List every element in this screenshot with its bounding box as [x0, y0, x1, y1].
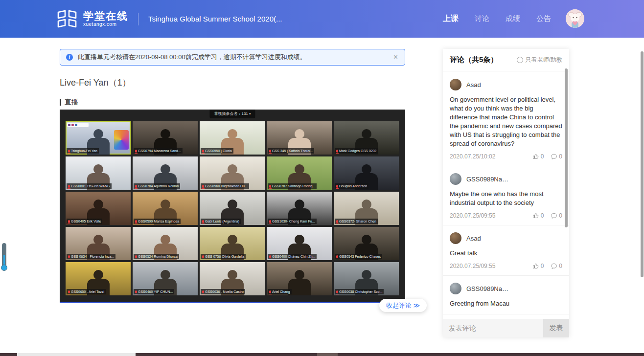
player-progress-bar[interactable]: [60, 302, 405, 303]
participant-silhouette: [161, 129, 170, 139]
participant-name-label: Gabi Lenis (Argentina): [201, 219, 241, 224]
mic-off-icon: [336, 185, 338, 188]
navbar-divider: [138, 13, 138, 25]
participant-tile[interactable]: GSS0960 Bilgtsaikhan Uu...: [200, 156, 265, 190]
participant-tile[interactable]: GSS0524 Romina Dhorca: [133, 227, 198, 260]
participant-silhouette: [362, 200, 371, 209]
mic-off-icon: [202, 150, 204, 153]
participant-tile[interactable]: GSS 0756 Olivia Gardella: [200, 227, 265, 260]
comment-text: Great talk: [450, 249, 562, 258]
participant-tile[interactable]: GSS0784 Agustina Roldan: [133, 156, 198, 190]
mouse-avatar-icon: [566, 9, 584, 28]
radio-icon[interactable]: [517, 57, 523, 63]
participant-name-label: GSS0400 Chávez Chin Zh...: [268, 254, 317, 259]
participant-tile[interactable]: GSS0372- Sharon Chen: [334, 192, 399, 225]
participant-silhouette: [362, 164, 371, 174]
page-title: Live-Fei Yan（1）: [60, 77, 131, 89]
participant-tile[interactable]: Douglas Anderson: [334, 156, 399, 190]
mic-off-icon: [269, 290, 271, 293]
collapse-comments-button[interactable]: 收起评论 ≫: [379, 299, 427, 312]
xuetangx-logo[interactable]: 学堂在线 xuetangx.com: [57, 9, 128, 29]
participant-name-label: GSS 345 | Kathrin Thouv...: [268, 148, 314, 154]
live-section-label: 直播: [60, 98, 78, 107]
participant-name-label: GSS0550 | Gloria: [201, 148, 233, 154]
teacher-only-filter[interactable]: 只看老师/助教: [517, 56, 562, 64]
participant-tile[interactable]: GSS 0634 - Florencia Inca...: [66, 227, 131, 260]
thermometer-icon[interactable]: [1, 243, 8, 274]
mic-off-icon: [202, 290, 204, 293]
non-video-participants-label[interactable]: 非视频参会者：131 ▾: [209, 110, 255, 118]
comment-list: AsadOn government level or political lev…: [443, 72, 569, 319]
participant-name-label: GSS 0634 - Florencia Inca...: [67, 254, 115, 259]
participant-name-label: GSS0038 Christopher Sco...: [335, 289, 384, 294]
participant-silhouette: [295, 129, 304, 139]
notice-text: 此直播单元考核请在2020-09-08 00:00前完成学习，逾期不计算学习进度…: [78, 53, 392, 62]
comments-sidebar: 评论（共5条） 只看老师/助教 AsadOn government level …: [443, 49, 569, 337]
commenter-avatar: [450, 79, 461, 90]
commenter-avatar: [450, 173, 461, 185]
like-button[interactable]: 0: [532, 153, 544, 160]
mic-off-icon: [135, 150, 137, 153]
comment-input-bar: 发表: [443, 319, 569, 337]
mic-off-icon: [135, 290, 137, 293]
participant-silhouette: [93, 164, 103, 174]
participant-tile[interactable]: GSS0405 Erik Valle: [66, 192, 131, 225]
comment-time: 2020.07.25/10:02: [450, 153, 495, 160]
participant-tile[interactable]: Tsinghua-Fei Yan: [66, 121, 131, 155]
mic-off-icon: [68, 185, 70, 188]
mic-off-icon: [269, 150, 271, 153]
close-icon[interactable]: ×: [392, 53, 399, 62]
participant-name-label: GSS0543 Federico Chaves: [335, 254, 382, 259]
participant-tile[interactable]: GSS 345 | Kathrin Thouv...: [267, 121, 332, 155]
participant-tile[interactable]: GSS0801 Tzu-Yin WANG: [66, 156, 131, 190]
participant-silhouette: [228, 200, 237, 209]
participant-tile[interactable]: GSS0550 | Gloria: [200, 121, 265, 155]
participant-silhouette: [93, 200, 103, 209]
participant-silhouette: [362, 270, 371, 280]
page-scrollbar[interactable]: [641, 51, 644, 277]
mic-off-icon: [68, 150, 70, 153]
nav-item[interactable]: 成绩: [506, 14, 520, 23]
participant-silhouette: [93, 270, 103, 280]
participant-tile[interactable]: GSS0543 Federico Chaves: [334, 227, 399, 260]
participant-name-label: Ariel Chang: [268, 289, 292, 294]
participant-tile[interactable]: GSS0036 - Noelia Castro: [200, 262, 265, 295]
participant-tile[interactable]: GSS0794 Macarena Sand...: [133, 121, 198, 155]
participant-tile[interactable]: Mark Godges GSS 0202: [334, 121, 399, 155]
reply-button[interactable]: 0: [551, 212, 562, 219]
participant-tile[interactable]: Gabi Lenis (Argentina): [200, 192, 265, 225]
comment-input[interactable]: [443, 319, 543, 337]
reply-button[interactable]: 0: [551, 153, 562, 160]
participant-tile[interactable]: GSS0038 Christopher Sco...: [334, 262, 399, 295]
like-button[interactable]: 0: [532, 263, 544, 269]
user-avatar[interactable]: [566, 9, 584, 28]
nav-item[interactable]: 公告: [536, 14, 551, 23]
participant-tile[interactable]: Ariel Chang: [267, 262, 332, 295]
participant-silhouette: [161, 235, 170, 245]
xuetangx-logo-icon: [57, 9, 78, 29]
participant-silhouette: [362, 235, 371, 245]
mic-off-icon: [269, 220, 271, 223]
live-video-player[interactable]: 非视频参会者：131 ▾ Tsinghua-Fei YanGSS0794 Mac…: [60, 110, 405, 303]
participant-silhouette: [295, 235, 304, 245]
participant-tile[interactable]: GSS0599 Marisa Espinosa: [133, 192, 198, 225]
participant-tile[interactable]: GSS0460 YIP CHUN...: [133, 262, 198, 295]
participant-tile[interactable]: GSS0650 - Ariel Tozzi: [66, 262, 131, 295]
comment-item: AsadOn government level or political lev…: [443, 72, 569, 166]
reply-button[interactable]: 0: [551, 263, 562, 269]
participant-tile[interactable]: GSS0400 Chávez Chin Zh...: [267, 227, 332, 260]
participant-name-label: GSS0787 Santiago Rodrig...: [268, 183, 317, 189]
participant-tile[interactable]: GSS1030- Cheng Kam Fu...: [267, 192, 332, 225]
mic-off-icon: [336, 220, 338, 223]
participant-silhouette: [295, 164, 304, 174]
like-button[interactable]: 0: [532, 212, 544, 219]
participant-tile[interactable]: GSS0787 Santiago Rodrig...: [267, 156, 332, 190]
nav-item[interactable]: 讨论: [475, 14, 489, 23]
submit-comment-button[interactable]: 发表: [543, 319, 569, 337]
nav-item[interactable]: 上课: [443, 14, 459, 24]
commenter-avatar: [450, 232, 461, 244]
mic-off-icon: [68, 220, 70, 223]
comment-text: Greeting from Macau: [450, 299, 562, 308]
comments-scrollbar[interactable]: [565, 68, 568, 227]
comment-author: Asad: [466, 81, 481, 89]
